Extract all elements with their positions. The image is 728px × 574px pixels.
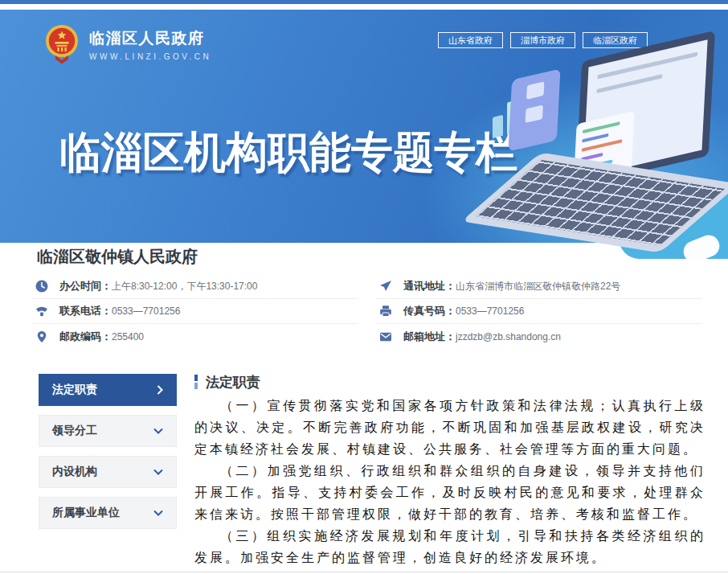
send-icon xyxy=(379,280,392,293)
info-row-office-hours: 办公时间： 上午8:30-12:00，下午13:30-17:00 xyxy=(32,274,358,299)
info-label: 联系电话： xyxy=(59,304,112,318)
info-row-mail-address: 通讯地址： 山东省淄博市临淄区敬仲镇敬仲路22号 xyxy=(376,274,702,299)
sidebar-item-leadership-division[interactable]: 领导分工 xyxy=(39,415,177,447)
info-row-fax: 传真号码： 0533—7701256 xyxy=(376,299,702,324)
content-panel: 法定职责 （一）宣传贯彻落实党和国家各项方针政策和法律法规；认真执行上级的决议、… xyxy=(194,374,706,568)
sidebar-item-internal-departments[interactable]: 内设机构 xyxy=(39,456,177,488)
info-label: 传真号码： xyxy=(403,304,456,318)
chevron-down-icon xyxy=(153,510,163,516)
decorative-chip xyxy=(635,202,665,223)
info-row-postcode: 邮政编码： 255400 xyxy=(32,324,358,349)
agency-info: 办公时间： 上午8:30-12:00，下午13:30-17:00 通讯地址： 山… xyxy=(32,274,702,349)
top-accent-strip xyxy=(0,0,728,4)
agency-title-bar: 临淄区敬仲镇人民政府 xyxy=(0,243,728,270)
sidebar-item-label: 内设机构 xyxy=(52,465,97,479)
paragraph: （三）组织实施经济发展规划和年度计划，引导和扶持各类经济组织的发展。加强安全生产… xyxy=(194,525,706,568)
info-row-phone: 联系电话： 0533—7701256 xyxy=(32,299,358,324)
info-label: 邮箱地址： xyxy=(403,330,456,344)
info-value: 山东省淄博市临淄区敬仲镇敬仲路22号 xyxy=(456,280,620,293)
banner-cyan-blob xyxy=(619,193,728,259)
info-value: 上午8:30-12:00，下午13:30-17:00 xyxy=(112,280,257,293)
chevron-down-icon xyxy=(153,469,163,475)
content-heading-text: 法定职责 xyxy=(206,373,260,392)
info-value: 255400 xyxy=(112,331,144,342)
sidebar-item-affiliated-institutions[interactable]: 所属事业单位 xyxy=(39,497,177,529)
content-heading: 法定职责 xyxy=(194,374,706,390)
clock-icon xyxy=(35,280,48,293)
printer-icon xyxy=(379,305,392,318)
site-logo[interactable]: 临淄区人民政府 WWW.LINZI.GOV.CN xyxy=(44,24,211,64)
gov-links-nav: 山东省政府 淄博市政府 临淄区政府 xyxy=(438,32,648,48)
chevron-right-icon xyxy=(157,385,163,395)
national-emblem-icon xyxy=(44,24,80,64)
banner-title: 临淄区机构职能专题专栏 xyxy=(59,124,517,182)
info-value: 0533—7701256 xyxy=(456,305,524,317)
logo-text: 临淄区人民政府 WWW.LINZI.GOV.CN xyxy=(89,28,211,61)
heading-accent-bar xyxy=(194,375,198,389)
sidebar-item-label: 法定职责 xyxy=(52,383,97,397)
sidebar-item-label: 领导分工 xyxy=(52,424,97,438)
main-area: 法定职责 领导分工 内设机构 所属事业单位 xyxy=(39,374,706,568)
paragraph: （二）加强党组织、行政组织和群众组织的自身建设，领导并支持他们开展工作。指导、支… xyxy=(194,460,706,525)
pin-icon xyxy=(35,330,48,343)
site-name: 临淄区人民政府 xyxy=(89,28,211,49)
sidebar-nav: 法定职责 领导分工 内设机构 所属事业单位 xyxy=(39,374,177,568)
info-label: 邮政编码： xyxy=(59,330,112,344)
info-row-email: 邮箱地址： jzzdzb@zb.shandong.cn xyxy=(376,324,702,349)
info-label: 办公时间： xyxy=(59,279,112,293)
link-linzi-gov[interactable]: 临淄区政府 xyxy=(583,32,648,48)
bottom-divider xyxy=(0,572,728,572)
info-label: 通讯地址： xyxy=(403,279,456,293)
info-value: 0533—7701256 xyxy=(112,305,180,317)
link-shandong-gov[interactable]: 山东省政府 xyxy=(438,32,503,48)
phone-icon xyxy=(35,305,48,318)
sidebar-item-label: 所属事业单位 xyxy=(52,506,120,520)
chevron-down-icon xyxy=(153,428,163,434)
legal-duties-text: （一）宣传贯彻落实党和国家各项方针政策和法律法规；认真执行上级的决议、决定。不断… xyxy=(194,395,706,568)
info-value: jzzdzb@zb.shandong.cn xyxy=(456,331,561,342)
sidebar-item-legal-duties[interactable]: 法定职责 xyxy=(39,374,177,406)
link-zibo-gov[interactable]: 淄博市政府 xyxy=(510,32,575,48)
site-url: WWW.LINZI.GOV.CN xyxy=(89,52,211,61)
mail-icon xyxy=(379,330,392,343)
paragraph: （一）宣传贯彻落实党和国家各项方针政策和法律法规；认真执行上级的决议、决定。不断… xyxy=(194,395,706,460)
